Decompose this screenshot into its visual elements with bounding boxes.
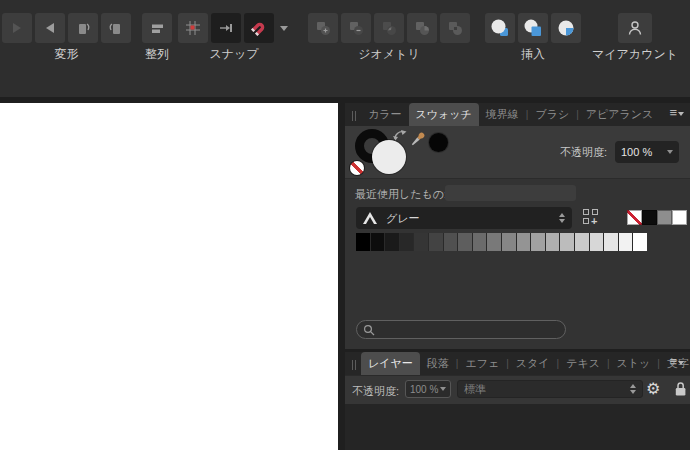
gray-swatch[interactable] xyxy=(473,233,487,251)
panel-menu-icon[interactable]: ≡ xyxy=(669,355,684,368)
tab-text[interactable]: テキス xyxy=(559,352,607,375)
tab-layers[interactable]: レイヤー xyxy=(361,352,420,375)
alignment-button[interactable] xyxy=(142,13,172,43)
rotate-counterclockwise-button[interactable] xyxy=(68,13,98,43)
gray-swatch[interactable] xyxy=(590,233,604,251)
tab-color[interactable]: カラー xyxy=(361,103,409,126)
chevron-down-icon xyxy=(440,387,446,391)
insert-inside-button[interactable] xyxy=(551,13,581,43)
lock-icon[interactable] xyxy=(674,381,687,397)
quick-swatch[interactable] xyxy=(642,210,657,225)
none-swatch[interactable] xyxy=(627,210,642,225)
gray-ramp xyxy=(356,233,647,251)
gray-swatch[interactable] xyxy=(604,233,618,251)
group-label-align: 整列 xyxy=(145,48,169,60)
panel-drag-handle[interactable] xyxy=(352,111,356,121)
secondary-color-swatch[interactable] xyxy=(429,133,448,152)
group-label-account: マイアカウント xyxy=(592,48,678,60)
geometry-divide-button[interactable] xyxy=(407,13,437,43)
my-account-button[interactable] xyxy=(618,13,652,43)
add-palette-button[interactable]: + xyxy=(582,208,602,228)
rotate-clockwise-button[interactable] xyxy=(101,13,131,43)
fill-stroke-row: 不透明度: 100 % xyxy=(345,126,690,178)
layers-opacity-value: 100 % xyxy=(410,384,438,395)
flip-horizontal-icon xyxy=(9,20,25,36)
geometry-intersect-button[interactable] xyxy=(374,13,404,43)
alignment-icon xyxy=(149,20,165,36)
geometry-divide-icon xyxy=(413,19,431,37)
swap-colors-icon[interactable] xyxy=(392,128,408,142)
toolbar-group-insert: 挿入 xyxy=(485,13,581,60)
show-grid-button[interactable] xyxy=(178,13,208,43)
gray-swatch[interactable] xyxy=(385,233,399,251)
gray-swatch[interactable] xyxy=(575,233,589,251)
opacity-dropdown[interactable]: 100 % xyxy=(615,141,679,163)
magnet-icon xyxy=(250,19,268,37)
gray-swatch[interactable] xyxy=(487,233,501,251)
tab-brush[interactable]: ブラシ xyxy=(528,103,576,126)
gray-swatch[interactable] xyxy=(444,233,458,251)
gray-swatch[interactable] xyxy=(531,233,545,251)
recent-swatches-strip[interactable] xyxy=(445,185,576,201)
chevron-down-icon xyxy=(667,150,673,154)
tab-effects[interactable]: エフェ xyxy=(458,352,506,375)
gray-swatch[interactable] xyxy=(356,233,370,251)
palette-dropdown[interactable]: グレー xyxy=(356,207,572,229)
top-toolbar: 変形 整列 xyxy=(0,0,690,97)
layers-list-empty[interactable] xyxy=(345,404,690,450)
affinity-triangle-icon xyxy=(363,212,377,224)
panel-menu-icon[interactable]: ≡ xyxy=(669,106,684,119)
insert-behind-button[interactable] xyxy=(485,13,515,43)
swatch-searchbox[interactable] xyxy=(356,320,566,339)
geometry-combine-button[interactable] xyxy=(440,13,470,43)
gray-swatch[interactable] xyxy=(633,233,647,251)
tab-styles[interactable]: スタイ xyxy=(509,352,557,375)
tab-stroke[interactable]: 境界線 xyxy=(479,103,526,126)
document-canvas[interactable] xyxy=(0,103,338,450)
quick-swatch[interactable] xyxy=(672,210,687,225)
layers-panel: レイヤー 段落 | エフェ | スタイ | テキス | ストッ | 文字 ≡ 不… xyxy=(345,352,690,450)
blend-mode-dropdown[interactable]: 標準 xyxy=(457,380,643,398)
palette-name: グレー xyxy=(386,211,559,226)
app: { "colors": { "accent_blue": "#4a97d8", … xyxy=(0,0,690,450)
flip-horizontal-button[interactable] xyxy=(2,13,32,43)
fill-color-well[interactable] xyxy=(372,140,406,174)
opacity-value: 100 % xyxy=(621,146,652,158)
swatches-panel: カラー スウォッチ 境界線 | ブラシ | アピアランス ≡ 不透明度: xyxy=(345,103,690,348)
gray-swatch[interactable] xyxy=(546,233,560,251)
updown-arrows-icon xyxy=(559,213,565,223)
gray-swatch[interactable] xyxy=(502,233,516,251)
opacity-label: 不透明度: xyxy=(560,145,607,160)
quick-swatches xyxy=(627,210,687,225)
geometry-add-button[interactable] xyxy=(308,13,338,43)
gray-swatch[interactable] xyxy=(400,233,414,251)
no-color-icon[interactable] xyxy=(350,161,364,175)
gray-swatch[interactable] xyxy=(458,233,472,251)
tab-paragraph[interactable]: 段落 xyxy=(420,352,456,375)
geometry-subtract-button[interactable] xyxy=(341,13,371,43)
move-by-whole-pixels-button[interactable] xyxy=(211,13,241,43)
snapping-magnet-button[interactable] xyxy=(244,13,274,43)
toolbar-group-account: マイアカウント xyxy=(593,13,677,60)
gray-swatch[interactable] xyxy=(414,233,428,251)
gray-swatch[interactable] xyxy=(429,233,443,251)
snapping-options-button[interactable] xyxy=(277,13,290,43)
gray-swatch[interactable] xyxy=(517,233,531,251)
tab-appearance[interactable]: アピアランス xyxy=(579,103,661,126)
flip-vertical-button[interactable] xyxy=(35,13,65,43)
toolbar-group-transform: 変形 xyxy=(2,13,131,60)
tab-swatches[interactable]: スウォッチ xyxy=(409,103,479,126)
eyedropper-icon[interactable] xyxy=(407,130,429,152)
gear-icon[interactable]: ⚙ xyxy=(646,380,660,398)
insert-on-top-button[interactable] xyxy=(518,13,548,43)
layers-opacity-dropdown[interactable]: 100 % xyxy=(405,380,451,398)
tab-stock[interactable]: ストッ xyxy=(610,352,658,375)
quick-swatch[interactable] xyxy=(657,210,672,225)
gray-swatch[interactable] xyxy=(560,233,574,251)
show-grid-icon xyxy=(185,20,201,36)
search-icon xyxy=(363,324,375,336)
search-input[interactable] xyxy=(379,324,559,336)
gray-swatch[interactable] xyxy=(371,233,385,251)
panel-drag-handle[interactable] xyxy=(352,360,356,370)
gray-swatch[interactable] xyxy=(619,233,633,251)
